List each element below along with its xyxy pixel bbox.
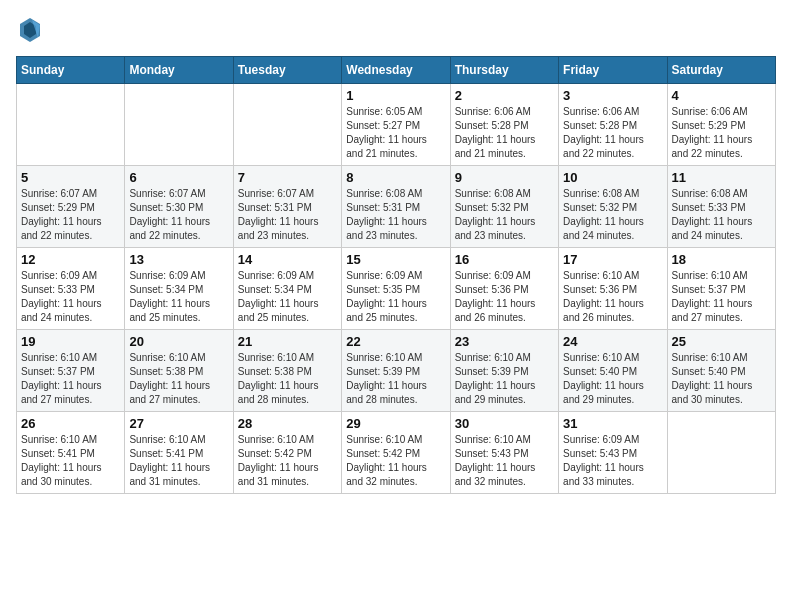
day-info: Sunrise: 6:10 AM Sunset: 5:41 PM Dayligh… — [129, 433, 228, 489]
day-number: 17 — [563, 252, 662, 267]
day-info: Sunrise: 6:06 AM Sunset: 5:28 PM Dayligh… — [455, 105, 554, 161]
day-number: 7 — [238, 170, 337, 185]
day-number: 4 — [672, 88, 771, 103]
day-number: 14 — [238, 252, 337, 267]
day-number: 23 — [455, 334, 554, 349]
day-info: Sunrise: 6:09 AM Sunset: 5:43 PM Dayligh… — [563, 433, 662, 489]
calendar-day-cell: 24Sunrise: 6:10 AM Sunset: 5:40 PM Dayli… — [559, 330, 667, 412]
day-info: Sunrise: 6:10 AM Sunset: 5:41 PM Dayligh… — [21, 433, 120, 489]
day-number: 26 — [21, 416, 120, 431]
weekday-header: Wednesday — [342, 57, 450, 84]
day-info: Sunrise: 6:08 AM Sunset: 5:32 PM Dayligh… — [563, 187, 662, 243]
day-info: Sunrise: 6:09 AM Sunset: 5:34 PM Dayligh… — [129, 269, 228, 325]
day-number: 21 — [238, 334, 337, 349]
day-info: Sunrise: 6:07 AM Sunset: 5:31 PM Dayligh… — [238, 187, 337, 243]
day-info: Sunrise: 6:08 AM Sunset: 5:33 PM Dayligh… — [672, 187, 771, 243]
day-info: Sunrise: 6:10 AM Sunset: 5:37 PM Dayligh… — [672, 269, 771, 325]
calendar-week-row: 1Sunrise: 6:05 AM Sunset: 5:27 PM Daylig… — [17, 84, 776, 166]
day-number: 18 — [672, 252, 771, 267]
day-info: Sunrise: 6:07 AM Sunset: 5:30 PM Dayligh… — [129, 187, 228, 243]
day-info: Sunrise: 6:09 AM Sunset: 5:33 PM Dayligh… — [21, 269, 120, 325]
calendar-day-cell: 23Sunrise: 6:10 AM Sunset: 5:39 PM Dayli… — [450, 330, 558, 412]
calendar-day-cell: 25Sunrise: 6:10 AM Sunset: 5:40 PM Dayli… — [667, 330, 775, 412]
day-number: 9 — [455, 170, 554, 185]
day-number: 27 — [129, 416, 228, 431]
day-number: 25 — [672, 334, 771, 349]
day-info: Sunrise: 6:10 AM Sunset: 5:39 PM Dayligh… — [346, 351, 445, 407]
day-info: Sunrise: 6:06 AM Sunset: 5:28 PM Dayligh… — [563, 105, 662, 161]
day-number: 5 — [21, 170, 120, 185]
day-number: 6 — [129, 170, 228, 185]
calendar-day-cell: 16Sunrise: 6:09 AM Sunset: 5:36 PM Dayli… — [450, 248, 558, 330]
calendar-day-cell: 31Sunrise: 6:09 AM Sunset: 5:43 PM Dayli… — [559, 412, 667, 494]
day-number: 31 — [563, 416, 662, 431]
weekday-header: Sunday — [17, 57, 125, 84]
page-header — [16, 16, 776, 44]
weekday-header: Saturday — [667, 57, 775, 84]
day-number: 30 — [455, 416, 554, 431]
day-info: Sunrise: 6:05 AM Sunset: 5:27 PM Dayligh… — [346, 105, 445, 161]
day-info: Sunrise: 6:09 AM Sunset: 5:34 PM Dayligh… — [238, 269, 337, 325]
calendar-week-row: 19Sunrise: 6:10 AM Sunset: 5:37 PM Dayli… — [17, 330, 776, 412]
logo — [16, 16, 46, 44]
day-info: Sunrise: 6:10 AM Sunset: 5:43 PM Dayligh… — [455, 433, 554, 489]
weekday-header: Thursday — [450, 57, 558, 84]
day-info: Sunrise: 6:10 AM Sunset: 5:37 PM Dayligh… — [21, 351, 120, 407]
calendar-day-cell: 7Sunrise: 6:07 AM Sunset: 5:31 PM Daylig… — [233, 166, 341, 248]
calendar-week-row: 5Sunrise: 6:07 AM Sunset: 5:29 PM Daylig… — [17, 166, 776, 248]
day-number: 19 — [21, 334, 120, 349]
calendar-day-cell: 22Sunrise: 6:10 AM Sunset: 5:39 PM Dayli… — [342, 330, 450, 412]
calendar-day-cell: 13Sunrise: 6:09 AM Sunset: 5:34 PM Dayli… — [125, 248, 233, 330]
calendar-week-row: 26Sunrise: 6:10 AM Sunset: 5:41 PM Dayli… — [17, 412, 776, 494]
calendar-day-cell — [233, 84, 341, 166]
calendar-day-cell: 12Sunrise: 6:09 AM Sunset: 5:33 PM Dayli… — [17, 248, 125, 330]
day-info: Sunrise: 6:10 AM Sunset: 5:42 PM Dayligh… — [238, 433, 337, 489]
calendar-day-cell: 4Sunrise: 6:06 AM Sunset: 5:29 PM Daylig… — [667, 84, 775, 166]
calendar-day-cell: 11Sunrise: 6:08 AM Sunset: 5:33 PM Dayli… — [667, 166, 775, 248]
weekday-header: Tuesday — [233, 57, 341, 84]
day-info: Sunrise: 6:10 AM Sunset: 5:38 PM Dayligh… — [129, 351, 228, 407]
calendar-day-cell: 5Sunrise: 6:07 AM Sunset: 5:29 PM Daylig… — [17, 166, 125, 248]
day-info: Sunrise: 6:09 AM Sunset: 5:35 PM Dayligh… — [346, 269, 445, 325]
day-number: 24 — [563, 334, 662, 349]
day-info: Sunrise: 6:10 AM Sunset: 5:36 PM Dayligh… — [563, 269, 662, 325]
calendar-day-cell: 27Sunrise: 6:10 AM Sunset: 5:41 PM Dayli… — [125, 412, 233, 494]
calendar-day-cell: 9Sunrise: 6:08 AM Sunset: 5:32 PM Daylig… — [450, 166, 558, 248]
day-number: 8 — [346, 170, 445, 185]
day-info: Sunrise: 6:10 AM Sunset: 5:39 PM Dayligh… — [455, 351, 554, 407]
calendar-day-cell: 3Sunrise: 6:06 AM Sunset: 5:28 PM Daylig… — [559, 84, 667, 166]
calendar-day-cell: 21Sunrise: 6:10 AM Sunset: 5:38 PM Dayli… — [233, 330, 341, 412]
logo-icon — [18, 16, 42, 44]
day-info: Sunrise: 6:09 AM Sunset: 5:36 PM Dayligh… — [455, 269, 554, 325]
calendar-day-cell — [667, 412, 775, 494]
calendar-day-cell: 15Sunrise: 6:09 AM Sunset: 5:35 PM Dayli… — [342, 248, 450, 330]
day-info: Sunrise: 6:10 AM Sunset: 5:40 PM Dayligh… — [563, 351, 662, 407]
calendar-day-cell: 2Sunrise: 6:06 AM Sunset: 5:28 PM Daylig… — [450, 84, 558, 166]
day-info: Sunrise: 6:07 AM Sunset: 5:29 PM Dayligh… — [21, 187, 120, 243]
calendar-day-cell — [17, 84, 125, 166]
calendar-day-cell: 29Sunrise: 6:10 AM Sunset: 5:42 PM Dayli… — [342, 412, 450, 494]
calendar-day-cell: 8Sunrise: 6:08 AM Sunset: 5:31 PM Daylig… — [342, 166, 450, 248]
day-number: 2 — [455, 88, 554, 103]
day-number: 12 — [21, 252, 120, 267]
day-number: 15 — [346, 252, 445, 267]
calendar-day-cell: 18Sunrise: 6:10 AM Sunset: 5:37 PM Dayli… — [667, 248, 775, 330]
day-number: 20 — [129, 334, 228, 349]
calendar-day-cell: 30Sunrise: 6:10 AM Sunset: 5:43 PM Dayli… — [450, 412, 558, 494]
calendar-week-row: 12Sunrise: 6:09 AM Sunset: 5:33 PM Dayli… — [17, 248, 776, 330]
day-number: 29 — [346, 416, 445, 431]
day-info: Sunrise: 6:08 AM Sunset: 5:31 PM Dayligh… — [346, 187, 445, 243]
day-info: Sunrise: 6:08 AM Sunset: 5:32 PM Dayligh… — [455, 187, 554, 243]
day-number: 10 — [563, 170, 662, 185]
day-number: 3 — [563, 88, 662, 103]
calendar-day-cell — [125, 84, 233, 166]
calendar-table: SundayMondayTuesdayWednesdayThursdayFrid… — [16, 56, 776, 494]
calendar-day-cell: 1Sunrise: 6:05 AM Sunset: 5:27 PM Daylig… — [342, 84, 450, 166]
day-info: Sunrise: 6:10 AM Sunset: 5:38 PM Dayligh… — [238, 351, 337, 407]
day-number: 22 — [346, 334, 445, 349]
day-number: 1 — [346, 88, 445, 103]
calendar-header-row: SundayMondayTuesdayWednesdayThursdayFrid… — [17, 57, 776, 84]
day-info: Sunrise: 6:06 AM Sunset: 5:29 PM Dayligh… — [672, 105, 771, 161]
calendar-day-cell: 6Sunrise: 6:07 AM Sunset: 5:30 PM Daylig… — [125, 166, 233, 248]
day-number: 28 — [238, 416, 337, 431]
